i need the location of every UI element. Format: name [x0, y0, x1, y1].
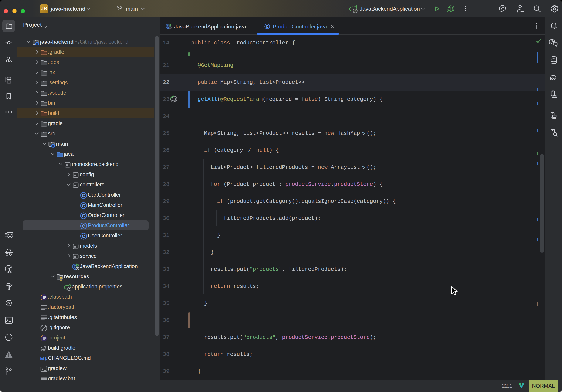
- svg-text:C: C: [82, 193, 85, 198]
- svg-text:C: C: [82, 224, 85, 229]
- svg-text:C: C: [82, 213, 85, 219]
- svg-text:M: M: [40, 356, 44, 361]
- svg-text:C: C: [82, 203, 85, 208]
- svg-text:C: C: [82, 234, 85, 239]
- svg-text:C: C: [266, 24, 269, 29]
